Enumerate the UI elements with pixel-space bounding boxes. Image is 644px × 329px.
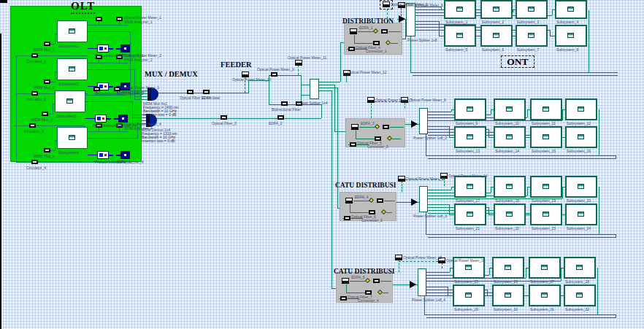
circulator-component[interactable] bbox=[29, 123, 36, 128]
ont-box[interactable] bbox=[494, 204, 526, 225]
ont-box[interactable] bbox=[480, 25, 513, 47]
ont-box[interactable] bbox=[555, 25, 587, 47]
circulator-component[interactable] bbox=[31, 53, 38, 58]
ont-box[interactable] bbox=[515, 25, 548, 47]
ont-box[interactable] bbox=[529, 285, 561, 306]
signal-arrow[interactable] bbox=[399, 15, 405, 23]
fiber-component[interactable] bbox=[381, 29, 388, 34]
ont-box[interactable] bbox=[529, 257, 561, 279]
fiber-component[interactable] bbox=[281, 101, 288, 106]
ont-section-label[interactable]: ONT bbox=[501, 55, 534, 68]
circulator-component[interactable] bbox=[31, 91, 38, 96]
ber-analyzer[interactable] bbox=[120, 44, 130, 53]
power-splitter[interactable] bbox=[419, 186, 428, 212]
signal-arrow[interactable] bbox=[411, 198, 418, 206]
ont-box[interactable] bbox=[530, 204, 562, 225]
ont-box[interactable] bbox=[480, 0, 513, 19]
edfa-component[interactable] bbox=[350, 28, 357, 34]
wdm-mux-component[interactable] bbox=[42, 112, 48, 116]
design-canvas[interactable]: OLT MUX / DEMUX FEEDER DISTRIBUTION CATU… bbox=[0, 0, 644, 329]
edfa-component[interactable] bbox=[203, 90, 210, 94]
wire bbox=[616, 314, 616, 318]
optical-fiber-component[interactable] bbox=[221, 115, 227, 120]
power-meter-component[interactable] bbox=[395, 255, 402, 260]
fiber-component[interactable] bbox=[344, 216, 350, 220]
fiber-component[interactable] bbox=[373, 279, 380, 283]
ont-box-label: Subsystem_16 bbox=[567, 149, 568, 153]
ont-box[interactable] bbox=[565, 204, 597, 225]
ont-box[interactable] bbox=[555, 0, 587, 19]
ont-subsystem-icon bbox=[493, 7, 499, 12]
wire-dashed bbox=[346, 75, 347, 82]
ont-subsystem-icon bbox=[543, 184, 549, 189]
ont-box[interactable] bbox=[565, 126, 597, 148]
power-meter-component[interactable] bbox=[271, 72, 277, 77]
olt-section-label[interactable]: OLT bbox=[71, 0, 95, 14]
power-meter-component[interactable] bbox=[367, 97, 375, 103]
subsystem-box[interactable] bbox=[57, 58, 88, 80]
component-label: Connector_4 bbox=[358, 298, 359, 303]
ont-box[interactable] bbox=[530, 126, 562, 148]
wire bbox=[53, 104, 53, 115]
wdm-analyzer-component[interactable] bbox=[116, 17, 123, 21]
power-meter-component[interactable] bbox=[398, 176, 405, 182]
ont-box[interactable] bbox=[565, 98, 597, 120]
wire bbox=[616, 155, 616, 159]
ont-box[interactable] bbox=[454, 126, 486, 148]
ont-box[interactable] bbox=[494, 98, 526, 120]
edfa-component[interactable] bbox=[345, 198, 353, 204]
edfa-component[interactable] bbox=[342, 278, 349, 284]
subsystem-box[interactable] bbox=[57, 20, 88, 42]
power-splitter[interactable] bbox=[310, 79, 319, 99]
fiber-component[interactable] bbox=[383, 125, 389, 129]
ont-box[interactable] bbox=[444, 0, 476, 19]
fiber-component[interactable] bbox=[377, 198, 383, 203]
ont-box[interactable] bbox=[454, 204, 486, 225]
ont-box[interactable] bbox=[565, 176, 597, 198]
power-splitter[interactable] bbox=[406, 3, 415, 36]
power-splitter[interactable] bbox=[418, 268, 426, 296]
power-meter-component[interactable] bbox=[96, 17, 102, 21]
signal-arrow[interactable] bbox=[410, 281, 416, 288]
mux-demux-section-label[interactable]: MUX / DEMUX bbox=[145, 70, 198, 78]
fiber-component[interactable] bbox=[350, 142, 356, 147]
power-splitter[interactable] bbox=[419, 108, 428, 134]
optical-fiber-component[interactable] bbox=[187, 90, 193, 94]
wdm-mux-component[interactable] bbox=[44, 42, 50, 46]
edfa-component[interactable] bbox=[277, 115, 284, 120]
signal-arrow[interactable] bbox=[411, 120, 418, 128]
ont-box-label: Subsystem_11 bbox=[532, 121, 533, 125]
circulator-component[interactable] bbox=[31, 160, 38, 164]
subsystem-box[interactable] bbox=[57, 127, 88, 149]
ber-analyzer[interactable] bbox=[120, 151, 130, 159]
power-meter-component[interactable] bbox=[295, 60, 302, 66]
ont-box[interactable] bbox=[515, 0, 548, 19]
ont-box[interactable] bbox=[492, 257, 524, 279]
ont-box-label: Subsystem_12 bbox=[567, 121, 568, 125]
power-meter-component[interactable] bbox=[242, 71, 249, 77]
photodetector[interactable] bbox=[97, 44, 109, 53]
ont-box[interactable] bbox=[454, 98, 486, 120]
wdm-mux-component[interactable] bbox=[44, 80, 50, 84]
ont-box[interactable] bbox=[564, 285, 596, 306]
distribution-section-label[interactable]: DISTRIBUTION bbox=[342, 18, 394, 25]
fiber-component[interactable] bbox=[340, 296, 347, 301]
ont-box[interactable] bbox=[494, 176, 526, 198]
ont-box[interactable] bbox=[494, 126, 526, 148]
ont-box[interactable] bbox=[564, 257, 596, 279]
photodetector[interactable] bbox=[97, 151, 109, 159]
subsystem-box[interactable] bbox=[55, 90, 85, 112]
fiber-component[interactable] bbox=[348, 47, 355, 51]
ont-box[interactable] bbox=[530, 176, 562, 198]
photodetector[interactable] bbox=[95, 115, 107, 123]
wdm-mux-component[interactable] bbox=[44, 148, 50, 152]
ont-box[interactable] bbox=[530, 98, 562, 120]
feeder-section-label[interactable]: FEEDER bbox=[221, 61, 252, 69]
ont-box[interactable] bbox=[454, 176, 486, 198]
catu-distribusi-label-1[interactable]: CATU DISTRIBUSI bbox=[335, 182, 396, 189]
ont-box[interactable] bbox=[453, 285, 485, 306]
ont-box[interactable] bbox=[492, 285, 524, 306]
edfa-component[interactable] bbox=[351, 124, 359, 130]
catu-distribusi-label-2[interactable]: CATU DISTRIBUSI bbox=[334, 268, 395, 275]
ont-box[interactable] bbox=[444, 25, 476, 47]
